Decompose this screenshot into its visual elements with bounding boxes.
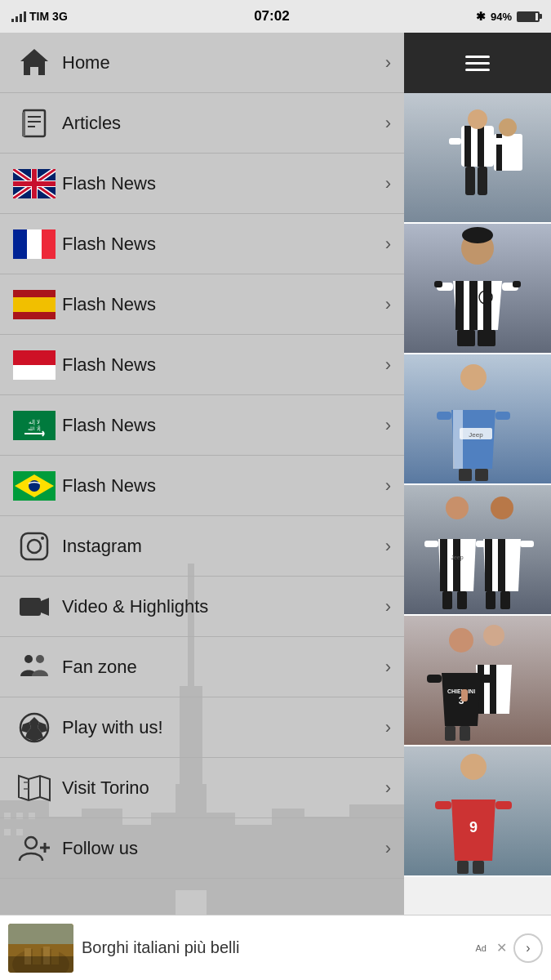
play-with-us-chevron: › [385,717,391,738]
svg-rect-115 [457,591,467,609]
svg-rect-114 [442,591,452,609]
video-icon [13,586,56,628]
flash-news-id-label: Flash News [56,354,385,376]
svg-marker-56 [29,717,39,728]
svg-marker-52 [41,598,49,616]
hamburger-menu[interactable] [465,56,490,71]
svg-point-54 [36,655,44,663]
svg-point-119 [483,625,504,646]
svg-rect-98 [437,412,451,420]
photo-card-5[interactable]: CHIELLINI 3 [404,616,551,746]
svg-text:Jeep: Jeep [469,431,483,439]
svg-rect-83 [455,281,464,330]
svg-rect-137 [473,861,484,874]
photo-card-4[interactable]: Jeep [404,485,551,616]
svg-rect-51 [20,598,41,616]
play-with-us-label: Play with us! [56,717,385,738]
signal-bars [11,11,26,22]
sidebar-item-play-with-us[interactable]: Play with us! › [0,697,404,758]
map-icon [13,767,56,809]
svg-point-72 [468,109,487,129]
svg-rect-79 [478,167,487,195]
ad-icons: Ad ✕ › [476,933,543,963]
photo-card-2[interactable] [404,224,551,354]
visit-torino-label: Visit Torino [56,777,385,799]
sidebar-item-articles[interactable]: Articles › [0,93,404,154]
fanzone-icon [13,646,56,688]
photo-card-6[interactable]: 9 [404,746,551,877]
svg-rect-111 [485,539,492,591]
svg-rect-85 [483,281,491,330]
svg-rect-90 [513,281,521,287]
sidebar-item-flash-news-fr[interactable]: Flash News › [0,214,404,274]
flash-news-uk-chevron: › [385,173,391,194]
svg-rect-99 [495,412,510,420]
flag-sa-icon: لا إله إلّا الله [13,404,56,447]
photo-card-1[interactable] [404,93,551,224]
flash-news-br-label: Flash News [56,475,385,497]
sidebar-item-flash-news-sa[interactable]: لا إله إلّا الله Flash News › [0,395,404,456]
svg-rect-117 [500,591,510,609]
svg-rect-102 [404,485,551,616]
ad-close-button[interactable]: ✕ [496,940,507,956]
status-left: TIM 3G [11,10,68,23]
svg-point-49 [28,540,41,553]
sidebar-item-flash-news-br[interactable]: Flash News › [0,456,404,516]
svg-rect-113 [520,541,534,547]
svg-rect-91 [457,330,475,346]
sidebar-item-home[interactable]: Home › [0,33,404,93]
sidebar-item-flash-news-id[interactable]: Flash News › [0,335,404,395]
svg-rect-128 [445,726,455,741]
ad-label: Borghi italiani più belli [73,938,476,957]
carrier-label: TIM [29,10,49,23]
home-icon [13,42,56,84]
sidebar-item-video-highlights[interactable]: Video & Highlights › [0,577,404,637]
photo-card-3[interactable]: Jeep [404,354,551,485]
sidebar-item-visit-torino[interactable]: Visit Torino › [0,758,404,818]
sidebar-item-fan-zone[interactable]: Fan zone › [0,637,404,697]
svg-rect-108 [424,541,438,547]
svg-rect-101 [475,469,488,481]
svg-rect-77 [494,138,506,145]
svg-point-75 [499,118,517,136]
svg-marker-60 [19,776,50,800]
svg-rect-76 [449,138,461,145]
svg-point-94 [460,364,487,390]
video-highlights-chevron: › [385,596,391,617]
sidebar-item-follow-us[interactable]: Follow us › [0,818,404,879]
flag-id-icon [13,344,56,386]
status-bar: TIM 3G 07:02 ✱ 94% [0,0,551,33]
visit-torino-chevron: › [385,777,391,799]
bluetooth-icon: ✱ [476,10,486,23]
sidebar-item-flash-news-es[interactable]: Flash News › [0,274,404,335]
articles-chevron: › [385,113,391,134]
main-container: Home › Articles › [0,33,551,980]
flash-news-br-chevron: › [385,475,391,497]
svg-rect-126 [481,675,495,683]
svg-rect-136 [457,861,469,874]
status-time: 07:02 [254,8,289,24]
flash-news-id-chevron: › [385,354,391,376]
svg-rect-127 [461,689,468,702]
ad-arrow-button[interactable]: › [513,933,543,963]
flag-es-icon [13,283,56,326]
sidebar-item-flash-news-uk[interactable]: Flash News › [0,154,404,214]
battery-percent: 94% [491,11,512,23]
soccer-ball-icon [13,706,56,749]
instagram-chevron: › [385,536,391,557]
articles-label: Articles [56,113,385,134]
sidebar-item-instagram[interactable]: Instagram › [0,516,404,577]
svg-rect-38 [13,350,56,365]
svg-rect-125 [427,675,442,683]
right-header [404,33,551,93]
network-label: 3G [52,10,68,23]
flash-news-fr-label: Flash News [56,234,385,255]
svg-text:إلّا الله: إلّا الله [28,425,41,432]
svg-rect-19 [24,110,45,136]
svg-rect-84 [469,281,478,330]
home-label: Home [56,52,385,74]
svg-point-122 [449,628,473,653]
svg-text:Jeep: Jeep [451,555,463,561]
status-right: ✱ 94% [476,10,540,23]
svg-text:9: 9 [469,819,478,835]
